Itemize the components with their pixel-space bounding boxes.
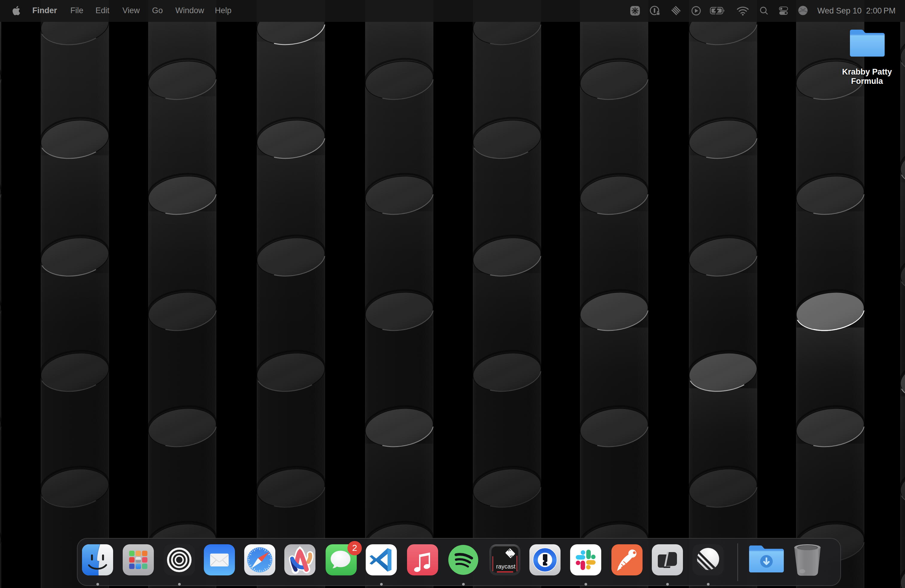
svg-text:raycast: raycast — [496, 563, 516, 570]
